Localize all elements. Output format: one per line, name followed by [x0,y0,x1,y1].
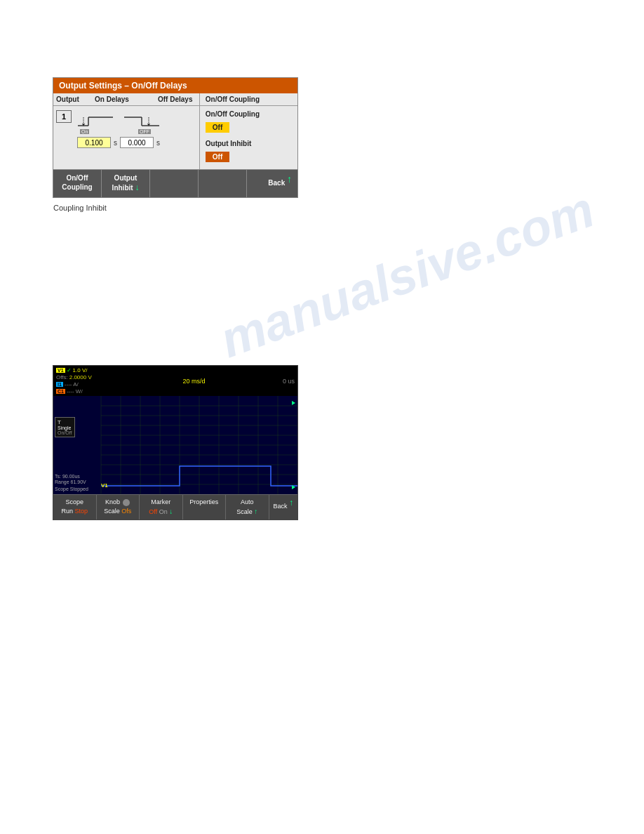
on-label: On [80,129,89,134]
ch-v1-check: ✓ [67,367,72,373]
watermark: manualsive.com [213,180,602,369]
footer-empty-2 [199,170,247,197]
ch-c1-box: C1 [56,389,65,394]
col-off-delays-header: Off Delays [158,95,192,103]
col-coupling-header: On/Off Coupling [206,95,260,103]
scope-back-btn[interactable]: Back ↑ [269,495,298,519]
scope-left-info: Ts: 90.00us Range 61.90V Scope Stopped [55,396,100,494]
svg-marker-29 [292,401,295,405]
panel1-title: Output Settings – On/Off Delays [53,78,297,93]
scope-timepos: 0 us [283,378,295,385]
inhibit-off-btn[interactable]: Off [206,152,229,162]
scope-channel-info: V1 ✓ 1.0 V/ Offs: 2.0000 V I1 ---- A/ C1… [56,367,105,395]
on-off-coupling-btn[interactable]: On/Off Coupling [53,170,102,197]
on-delay-unit: s [114,139,117,147]
scope-timescale: 20 ms/d [108,378,280,385]
inhibit-label: Output Inhibit [206,140,292,147]
off-label: OFF [138,129,151,134]
ch-i1-box: I1 [56,382,63,387]
coupling-label: On/Off Coupling [206,110,292,118]
scope-grid: T Single On/Off Ts: 90.00us Range 61.90V… [53,396,297,494]
scope-properties-btn[interactable]: Properties [183,495,227,519]
off-waveform-svg [121,110,163,131]
coupling-off-btn[interactable]: Off [206,122,229,133]
scope-stopped-label: Scope Stopped [55,486,100,491]
panel1-footer: On/Off Coupling Output Inhibit ↓ Back ↑ [53,169,297,197]
scope-top-bar: V1 ✓ 1.0 V/ Offs: 2.0000 V I1 ---- A/ C1… [53,366,297,396]
output-settings-panel: Output Settings – On/Off Delays Output O… [53,77,298,198]
scope-auto-scale-btn[interactable]: Auto Scale ↑ [226,495,269,519]
scope-footer: Scope Run Stop Knob Scale Ofs Marker Off… [53,494,297,519]
scope-run-stop-btn[interactable]: Scope Run Stop [53,495,97,519]
on-waveform-svg [74,110,116,131]
panel1-back-btn[interactable]: Back ↑ [247,170,297,197]
footer-empty-1 [150,170,199,197]
output-number: 1 [56,110,72,123]
ch-v1-box: V1 [56,368,65,373]
oscilloscope-panel: V1 ✓ 1.0 V/ Offs: 2.0000 V I1 ---- A/ C1… [53,365,298,520]
off-delay-input[interactable]: 0.000 [120,137,154,148]
ch-c1-val: ---- W/ [67,388,83,395]
ch-v1-value: 1.0 V/ [73,367,88,373]
ch-v1-off: 2.0000 V [69,374,92,380]
off-delay-unit: s [156,139,160,147]
scope-v1-label: V1 [101,482,108,489]
output-inhibit-btn[interactable]: Output Inhibit ↓ [102,170,150,197]
col-on-delays-header: On Delays [95,95,158,103]
coupling-inhibit-label: Coupling Inhibit [53,204,107,212]
scope-marker-btn[interactable]: Marker Off On ↓ [140,495,183,519]
col-output-header: Output [56,95,95,103]
on-delay-input[interactable]: 0.100 [77,137,111,148]
scope-knob-btn[interactable]: Knob Scale Ofs [97,495,140,519]
ch-i1-val: ---- A/ [65,381,79,388]
ch-off-label: Offs: [56,374,68,380]
